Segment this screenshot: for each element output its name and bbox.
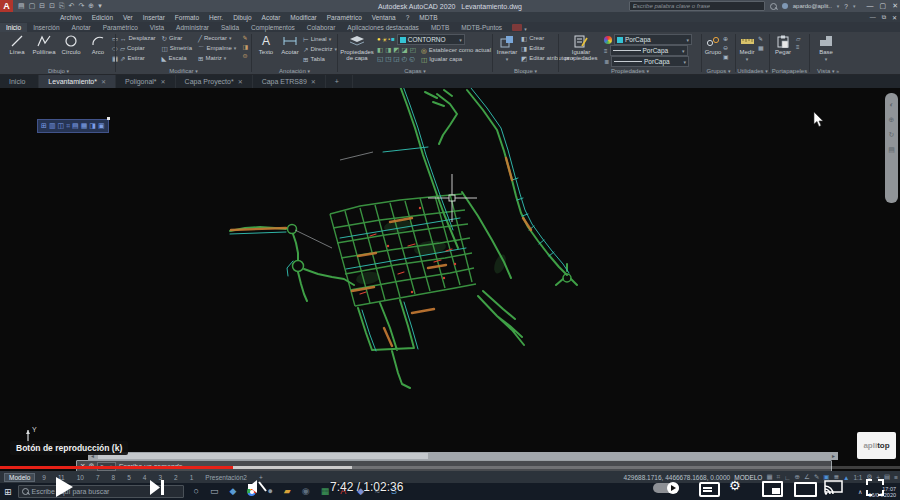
- layout-tab[interactable]: 8: [107, 474, 121, 481]
- taskbar-app-icon[interactable]: ▭: [210, 483, 219, 500]
- tool-propiedades-de-capa[interactable]: Propiedades de capa: [340, 33, 374, 61]
- status-toggle-icon[interactable]: ⊕: [795, 473, 800, 481]
- tool-polilinea[interactable]: Polilínea: [31, 33, 57, 63]
- lineweight-dropdown[interactable]: PorCapa▾: [610, 45, 688, 56]
- mdt-tool-icon[interactable]: ▦: [81, 121, 88, 131]
- taskbar-app-icon[interactable]: ○: [194, 483, 199, 500]
- document-tab[interactable]: Levantamiento*✕: [39, 75, 116, 88]
- qat-icon[interactable]: ↷: [78, 2, 84, 10]
- layer-tool-icon[interactable]: ◲: [393, 55, 399, 63]
- document-tab[interactable]: Capa ETRS89✕: [253, 75, 326, 88]
- taskbar-app-icon[interactable]: ●: [267, 483, 272, 500]
- taskbar-app-icon[interactable]: ▦: [321, 483, 330, 500]
- ribbon-tab[interactable]: Anotar: [66, 23, 97, 32]
- menu-item[interactable]: Insertar: [138, 14, 170, 21]
- mdt-tool-icon[interactable]: ▥: [49, 121, 56, 131]
- menu-item[interactable]: ?: [401, 14, 415, 21]
- object-color-dropdown[interactable]: PorCapa▾: [614, 34, 692, 45]
- ribbon-tab[interactable]: Vista: [144, 23, 170, 32]
- layout-tab[interactable]: Modelo: [4, 473, 35, 482]
- ribbon-overflow-icon[interactable]: [512, 24, 522, 31]
- clipboard-extra-icon[interactable]: ≡: [796, 44, 801, 50]
- search-input[interactable]: Escribe palabra clave o frase: [629, 1, 765, 11]
- layout-tab[interactable]: 2: [169, 474, 183, 481]
- status-toggle-icon[interactable]: ✎: [814, 473, 819, 481]
- match-layer-button[interactable]: ◫Igualar capa: [421, 55, 462, 64]
- status-toggle-icon[interactable]: ▤: [884, 473, 890, 481]
- layer-tool-icon[interactable]: ◱: [377, 55, 383, 63]
- menu-item[interactable]: Herr.: [204, 14, 228, 21]
- navigation-bar[interactable]: ◐⊕↻▤: [885, 93, 898, 203]
- document-tab[interactable]: Poligonal*✕: [116, 75, 176, 88]
- mdt-tool-icon[interactable]: ▣: [98, 121, 105, 131]
- tool-igualar-propiedades[interactable]: Igualar propiedades: [561, 33, 601, 61]
- ribbon-tab[interactable]: Colaborar: [301, 23, 342, 32]
- layer-tool-icon[interactable]: ◴: [401, 55, 407, 63]
- fullscreen-button[interactable]: [866, 479, 884, 496]
- ribbon-tab[interactable]: Aplicaciones destacadas: [341, 23, 425, 32]
- clipboard-extra-icon[interactable]: ▱: [796, 35, 801, 42]
- tray-expand-icon[interactable]: ∧: [858, 488, 862, 495]
- ribbon-tab[interactable]: MDTB-Puntos: [455, 23, 508, 32]
- qat-icon[interactable]: ⊕: [88, 2, 94, 10]
- menu-item[interactable]: Edición: [87, 14, 118, 21]
- status-toggle-icon[interactable]: ▲: [843, 474, 849, 481]
- layer-tool-icon[interactable]: ◵: [409, 55, 415, 63]
- modify-tool[interactable]: ↻Girar: [162, 34, 193, 43]
- status-toggle-icon[interactable]: ∟: [784, 474, 790, 481]
- ribbon-tab[interactable]: Paramétrico: [97, 23, 144, 32]
- tool-texto[interactable]: A Texto: [255, 33, 277, 64]
- ribbon-tab[interactable]: MDTB: [425, 23, 455, 32]
- qat-icon[interactable]: ▾: [98, 2, 102, 10]
- status-toggle-icon[interactable]: ⌗: [777, 473, 781, 481]
- minimize-button[interactable]: —: [867, 2, 874, 10]
- utility-extra-icon[interactable]: ✎: [758, 35, 764, 42]
- annotation-tool[interactable]: ⊞Tabla: [303, 55, 337, 64]
- mdt-tool-icon[interactable]: ◨: [89, 121, 96, 131]
- document-tab[interactable]: Capa Proyecto*✕: [176, 75, 253, 88]
- qat-icon[interactable]: ⊟: [39, 2, 45, 10]
- tool-acotar[interactable]: Acotar: [279, 33, 301, 64]
- menu-item[interactable]: Paramétrico: [322, 14, 367, 21]
- modify-extra-icon[interactable]: ✎: [242, 34, 248, 41]
- qat-icon[interactable]: ⎘: [59, 2, 65, 10]
- group-extra-icon[interactable]: ▣: [723, 53, 729, 60]
- scroll-right-icon[interactable]: ►: [829, 453, 838, 459]
- layout-tab[interactable]: Presentación2: [200, 474, 252, 481]
- layer-state-icon[interactable]: ■: [391, 36, 395, 43]
- set-current-layer-button[interactable]: ◎Establecer como actual: [421, 46, 491, 55]
- modify-tool[interactable]: ╱Recortar▾: [198, 34, 236, 43]
- layer-state-icon[interactable]: ●: [377, 36, 381, 43]
- status-toggle-icon[interactable]: ∠: [804, 473, 810, 481]
- settings-button[interactable]: ⚙: [729, 478, 741, 493]
- subtitles-button[interactable]: [699, 482, 720, 497]
- doc-close-button[interactable]: ✕: [892, 14, 897, 21]
- close-button[interactable]: ✕: [892, 2, 898, 10]
- modify-extra-icon[interactable]: ◨: [242, 43, 248, 50]
- layout-tab[interactable]: 7: [91, 474, 105, 481]
- taskbar-app-icon[interactable]: ▰: [284, 483, 291, 500]
- progress-bar[interactable]: [0, 466, 900, 469]
- autocad-logo-icon[interactable]: A: [0, 0, 13, 12]
- drawing-viewport[interactable]: ⊞▥◫⌗▤▦◨▣ ◐⊕↻▤ Y: [0, 88, 900, 452]
- doc-restore-button[interactable]: ⧉: [882, 14, 886, 21]
- layer-state-icon[interactable]: ☀: [382, 36, 387, 43]
- modify-tool[interactable]: ▱Copiar: [120, 44, 156, 53]
- modify-tool[interactable]: ⌒Empalme▾: [198, 44, 236, 53]
- modify-tool[interactable]: ⇗Estirar: [120, 54, 156, 63]
- menu-item[interactable]: MDTB: [414, 14, 442, 21]
- layer-tool-icon[interactable]: ◳: [385, 55, 391, 63]
- modify-tool[interactable]: ⊞Matriz▾: [198, 54, 236, 63]
- layout-tab[interactable]: 5: [122, 474, 136, 481]
- qat-icon[interactable]: ▤: [18, 2, 25, 10]
- menu-item[interactable]: Modificar: [285, 14, 321, 21]
- ribbon-tab[interactable]: Administrar: [170, 23, 215, 32]
- layer-tool-icon[interactable]: ◰: [410, 46, 416, 54]
- document-tab[interactable]: Inicio: [0, 75, 39, 88]
- layout-tab[interactable]: 9: [37, 474, 51, 481]
- menu-item[interactable]: Dibujo: [228, 14, 256, 21]
- qat-icon[interactable]: ▢: [29, 2, 36, 10]
- group-extra-icon[interactable]: ⊕: [723, 35, 729, 42]
- mdt-tool-icon[interactable]: ▤: [72, 121, 79, 131]
- mdt-tool-icon[interactable]: ⊞: [41, 121, 47, 131]
